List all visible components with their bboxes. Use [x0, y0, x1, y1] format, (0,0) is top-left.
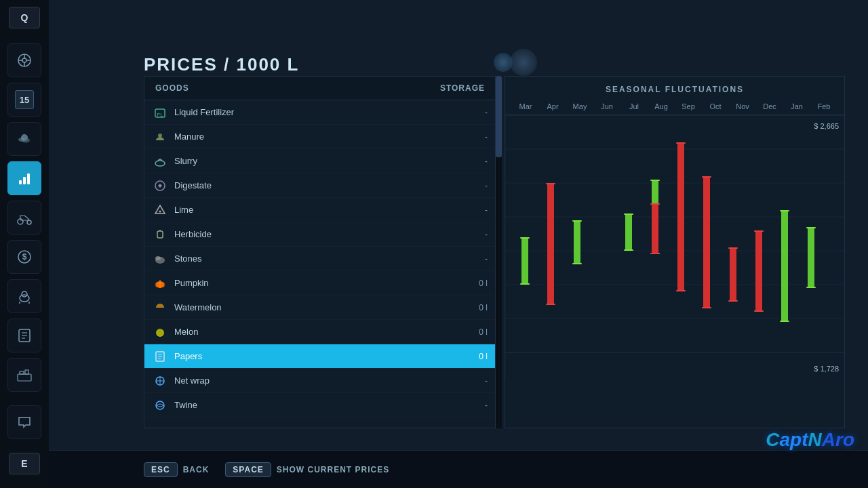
chart-title: SEASONAL FLUCTUATIONS	[505, 77, 844, 102]
goods-storage-value: -	[447, 401, 488, 410]
goods-item-melon[interactable]: Melon0 l	[144, 320, 496, 344]
goods-name-label: Pumpkin	[174, 278, 447, 288]
space-key[interactable]: SPACE	[225, 462, 271, 477]
svg-point-37	[155, 256, 161, 260]
svg-rect-24	[18, 374, 31, 381]
bar-green	[781, 210, 788, 322]
logo: CaptNAro	[766, 429, 854, 451]
bar-green	[625, 214, 632, 251]
chart-panel: SEASONAL FLUCTUATIONS MarAprMayJunJulAug…	[505, 76, 845, 428]
goods-icon-digestate	[153, 178, 167, 193]
svg-text:$: $	[22, 252, 27, 262]
goods-item-papers[interactable]: Papers0 l	[144, 344, 496, 369]
svg-text:FL: FL	[157, 112, 163, 118]
goods-icon-watermelon	[153, 300, 167, 315]
sidebar-item-calendar[interactable]: 15	[7, 83, 41, 117]
goods-storage-value: 0 l	[447, 303, 488, 312]
goods-storage-value: -	[447, 254, 488, 264]
goods-item-digestate[interactable]: Digestate-	[144, 174, 496, 198]
chart-col-nov	[720, 115, 746, 380]
goods-item-herbicide[interactable]: Herbicide-	[144, 222, 496, 247]
chart-col-jul	[616, 115, 642, 380]
chart-months-row: MarAprMayJunJulAugSepOctNovDecJanFeb	[505, 102, 844, 115]
month-label-mar: Mar	[512, 102, 539, 115]
goods-name-label: Slurry	[174, 156, 447, 166]
goods-item-liquid-fertilizer[interactable]: FLLiquid Fertilizer-	[144, 100, 496, 125]
month-label-nov: Nov	[729, 102, 756, 115]
sidebar-item-contracts[interactable]	[7, 319, 41, 352]
bar-red	[730, 247, 736, 302]
e-key-button[interactable]: E	[9, 453, 40, 474]
svg-rect-34	[157, 231, 163, 238]
sidebar-item-tractor[interactable]	[7, 201, 41, 235]
space-prices-button[interactable]: SPACE SHOW CURRENT PRICES	[225, 462, 389, 477]
goods-name-label: Manure	[174, 131, 447, 142]
bar-green	[521, 237, 528, 285]
bar-green	[808, 227, 814, 288]
chart-col-jan	[772, 115, 797, 380]
page-title: PRICES / 1000 L	[144, 54, 299, 75]
month-label-sep: Sep	[675, 102, 702, 115]
goods-item-pumpkin[interactable]: Pumpkin0 l	[144, 271, 496, 296]
svg-point-8	[22, 138, 30, 143]
svg-point-17	[22, 291, 27, 297]
sidebar-item-steering[interactable]	[7, 43, 41, 77]
goods-name-label: Twine	[174, 400, 447, 410]
chart-col-apr	[538, 115, 564, 380]
goods-item-manure[interactable]: Manure-	[144, 125, 496, 149]
sidebar-item-chat[interactable]	[7, 405, 41, 439]
goods-icon-pumpkin	[153, 276, 167, 291]
goods-list: FLLiquid Fertilizer-Manure-Slurry-Digest…	[144, 100, 496, 424]
goods-table-header: GOODS STORAGE	[144, 77, 496, 100]
show-prices-label: SHOW CURRENT PRICES	[277, 465, 389, 474]
svg-point-12	[18, 219, 23, 224]
goods-icon-slurry	[153, 154, 167, 169]
goods-icon-melon	[153, 325, 167, 340]
month-label-aug: Aug	[648, 102, 675, 115]
main-content: PRICES / 1000 L GOODS STORAGE FLLiquid F…	[49, 0, 868, 488]
goods-storage-value: 0 l	[447, 352, 488, 361]
svg-rect-25	[20, 371, 24, 374]
goods-icon-liquid-fertilizer: FL	[153, 105, 167, 120]
goods-storage-value: -	[447, 108, 488, 117]
bar-red	[755, 230, 762, 312]
esc-back-button[interactable]: ESC BACK	[144, 462, 209, 477]
goods-item-watermelon[interactable]: Watermelon0 l	[144, 296, 496, 320]
goods-name-label: Herbicide	[174, 229, 447, 239]
goods-storage-value: -	[447, 205, 488, 215]
goods-storage-value: -	[447, 181, 488, 190]
sidebar-item-animals[interactable]	[7, 279, 41, 313]
scroll-bar[interactable]	[495, 76, 502, 428]
goods-storage-value: -	[447, 132, 488, 142]
goods-item-net-wrap[interactable]: Net wrap-	[144, 369, 496, 393]
sidebar-item-production[interactable]	[7, 358, 41, 392]
sidebar-item-stats[interactable]	[7, 161, 41, 195]
decorative-circle-2	[494, 53, 513, 72]
goods-item-lime[interactable]: Lime-	[144, 198, 496, 222]
goods-name-label: Net wrap	[174, 375, 447, 386]
month-label-jun: Jun	[593, 102, 620, 115]
svg-point-30	[155, 161, 165, 166]
svg-point-29	[158, 134, 162, 138]
q-key-button[interactable]: Q	[9, 7, 40, 28]
goods-name-label: Watermelon	[174, 302, 447, 312]
goods-icon-herbicide	[153, 227, 167, 242]
storage-column-header: STORAGE	[431, 83, 485, 93]
esc-key[interactable]: ESC	[144, 462, 178, 477]
sidebar: Q 15	[0, 0, 49, 488]
sidebar-item-money[interactable]: $	[7, 240, 41, 274]
goods-panel: GOODS STORAGE FLLiquid Fertilizer-Manure…	[144, 76, 496, 428]
scroll-thumb[interactable]	[496, 76, 502, 157]
goods-item-slurry[interactable]: Slurry-	[144, 149, 496, 174]
sidebar-item-weather[interactable]	[7, 122, 41, 156]
goods-item-twine[interactable]: Twine-	[144, 393, 496, 418]
goods-icon-papers	[153, 349, 167, 364]
goods-icon-net-wrap	[153, 373, 167, 388]
month-label-apr: Apr	[539, 102, 566, 115]
back-label: BACK	[183, 465, 210, 474]
svg-rect-10	[23, 177, 26, 184]
goods-icon-manure	[153, 129, 167, 144]
month-label-jan: Jan	[783, 102, 810, 115]
goods-item-stones[interactable]: Stones-	[144, 247, 496, 271]
goods-column-header: GOODS	[155, 83, 431, 93]
